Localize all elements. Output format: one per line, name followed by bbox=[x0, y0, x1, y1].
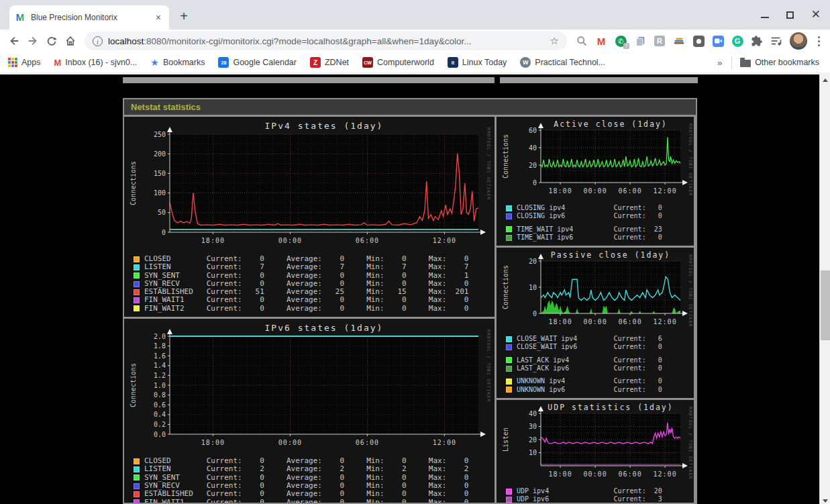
legend-text: TIME_WAIT ipv4 Current: 23 bbox=[517, 225, 662, 234]
svg-text:Connections: Connections bbox=[502, 265, 509, 309]
svg-text:250: 250 bbox=[154, 131, 166, 138]
window-maximize-button[interactable] bbox=[786, 11, 794, 19]
bookmark-star-icon[interactable]: ☆ bbox=[550, 35, 559, 47]
tab-close-icon[interactable]: × bbox=[153, 12, 164, 23]
browser-tab[interactable]: M Blue Precision Monitorix × bbox=[9, 5, 169, 30]
books-extension-icon[interactable] bbox=[672, 34, 686, 48]
window-close-button[interactable]: ✕ bbox=[811, 10, 821, 19]
svg-text:06:00: 06:00 bbox=[356, 237, 379, 244]
svg-text:Connections: Connections bbox=[502, 134, 509, 179]
bookmark-item-apps[interactable]: Apps bbox=[8, 58, 41, 67]
svg-text:0.8: 0.8 bbox=[154, 391, 166, 399]
url-host: localhost bbox=[108, 36, 144, 46]
svg-text:00:00: 00:00 bbox=[584, 470, 607, 478]
r-extension-icon[interactable]: R bbox=[653, 34, 666, 48]
legend-row-established: ESTABLISHED Current: 0 Average: 0 Min: 0… bbox=[134, 490, 495, 498]
svg-text:RRDTOOL / TOBI OETIKER: RRDTOOL / TOBI OETIKER bbox=[688, 254, 692, 327]
window-minimize-button[interactable] bbox=[761, 17, 769, 18]
legend-text: ESTABLISHED Current: 0 Average: 0 Min: 0… bbox=[144, 490, 468, 498]
svg-text:20: 20 bbox=[529, 162, 537, 169]
legend-row-listen: LISTEN Current: 2 Average: 2 Min: 2 Max:… bbox=[134, 465, 495, 473]
legend-swatch bbox=[134, 483, 140, 489]
extensions-puzzle-icon[interactable] bbox=[750, 34, 764, 48]
legend-text: FIN_WAIT2 Current: 0 Average: 0 Min: 0 M… bbox=[144, 305, 468, 313]
bookmark-item-zdnet[interactable]: ZZDNet bbox=[310, 57, 349, 68]
scrollbar-thumb[interactable] bbox=[821, 270, 830, 340]
linux-today-icon: lt bbox=[448, 57, 458, 68]
legend-text: LAST_ACK ipv6 Current: 0 bbox=[517, 364, 662, 372]
section-title: Netstat statistics bbox=[124, 99, 696, 115]
svg-text:0: 0 bbox=[533, 310, 537, 317]
svg-text:18:00: 18:00 bbox=[201, 237, 225, 244]
svg-text:60: 60 bbox=[529, 127, 537, 134]
bookmark-item-computerworld[interactable]: CWComputerworld bbox=[362, 57, 434, 68]
svg-text:1.6: 1.6 bbox=[154, 352, 166, 360]
bookmarks-overflow-icon[interactable]: » bbox=[717, 58, 722, 68]
graph-active-close[interactable]: Active close (1day)Connections020406018:… bbox=[497, 117, 694, 246]
site-info-icon[interactable]: i bbox=[93, 36, 103, 46]
bookmark-item-inbox-16-sjvn0[interactable]: MInbox (16) - sjvn0... bbox=[54, 58, 138, 68]
legend-passive-close: CLOSE_WAIT ipv4 Current: 6CLOSE_WAIT ipv… bbox=[501, 335, 694, 394]
legend-swatch bbox=[506, 387, 512, 393]
legend-row-last-ack-ipv6: LAST_ACK ipv6 Current: 0 bbox=[506, 364, 694, 372]
pocket-extension-icon[interactable] bbox=[692, 34, 705, 48]
voice-extension-icon[interactable]: ✆? bbox=[614, 34, 627, 48]
back-button[interactable] bbox=[5, 32, 23, 50]
scrollbar-down-arrow[interactable] bbox=[820, 495, 830, 504]
gmail-extension-icon[interactable]: M bbox=[594, 34, 608, 48]
svg-text:20: 20 bbox=[529, 436, 537, 443]
legend-text: UDP ipv4 Current: 20 bbox=[517, 487, 662, 495]
svg-text:12:00: 12:00 bbox=[654, 470, 677, 478]
legend-text: UNKNOWN ipv6 Current: 0 bbox=[517, 386, 662, 394]
graph-ipv6-states[interactable]: IPv6 states (1day)Connections0.00.20.40.… bbox=[124, 319, 495, 504]
svg-text:0.4: 0.4 bbox=[154, 411, 166, 418]
zoom-extension-icon[interactable] bbox=[711, 34, 725, 48]
previous-section-edge-left bbox=[123, 77, 495, 83]
legend-udp-statistics: UDP ipv4 Current: 20UDP ipv6 Current: 3 bbox=[501, 487, 694, 504]
wordpress-icon: W bbox=[520, 57, 531, 68]
bookmark-item-google-calendar[interactable]: 28Google Calendar bbox=[218, 57, 297, 68]
browser-menu-icon[interactable] bbox=[813, 36, 825, 46]
copy-pages-extension-icon[interactable] bbox=[633, 34, 647, 48]
bookmark-item-linux-today[interactable]: ltLinux Today bbox=[448, 57, 507, 68]
legend-text: LISTEN Current: 7 Average: 7 Min: 7 Max:… bbox=[144, 263, 468, 271]
legend-text: CLOSING ipv6 Current: 0 bbox=[517, 212, 662, 220]
legend-row-listen: LISTEN Current: 7 Average: 7 Min: 7 Max:… bbox=[134, 263, 495, 271]
legend-swatch bbox=[134, 272, 140, 279]
bookmarks-separator bbox=[731, 56, 732, 68]
legend-swatch bbox=[506, 357, 512, 363]
search-extension-icon[interactable] bbox=[575, 34, 588, 48]
svg-text:18:00: 18:00 bbox=[549, 318, 572, 325]
folder-icon bbox=[740, 60, 751, 67]
bookmark-item-practical-technol[interactable]: WPractical Technol... bbox=[520, 57, 605, 68]
vertical-scrollbar[interactable] bbox=[819, 74, 830, 504]
grammarly-extension-icon[interactable]: G bbox=[731, 34, 744, 48]
bookmark-item-bookmarks[interactable]: ★Bookmarks bbox=[150, 57, 205, 68]
svg-text:1.4: 1.4 bbox=[154, 362, 166, 369]
graph-ipv4-states[interactable]: IPv4 states (1day)Connections05010015020… bbox=[124, 117, 495, 317]
legend-row-time-wait-ipv4: TIME_WAIT ipv4 Current: 23 bbox=[506, 225, 694, 234]
playlist-extension-icon[interactable] bbox=[770, 34, 783, 48]
legend-swatch bbox=[134, 474, 140, 481]
svg-text:00:00: 00:00 bbox=[278, 439, 302, 446]
legend-text: CLOSE_WAIT ipv4 Current: 6 bbox=[517, 335, 662, 343]
legend-swatch bbox=[506, 205, 512, 211]
legend-swatch bbox=[134, 466, 140, 472]
forward-button[interactable] bbox=[24, 32, 42, 50]
browser-titlebar: M Blue Precision Monitorix × + ✕ bbox=[0, 0, 830, 30]
scrollbar-up-arrow[interactable] bbox=[820, 74, 830, 85]
profile-avatar[interactable] bbox=[790, 32, 807, 50]
url-omnibox[interactable]: i localhost:8080/monitorix-cgi/monitorix… bbox=[85, 32, 567, 50]
home-button[interactable] bbox=[62, 32, 79, 50]
svg-text:RRDTOOL / TOBI OETIKER: RRDTOOL / TOBI OETIKER bbox=[688, 123, 692, 196]
bookmarks-star-icon: ★ bbox=[150, 57, 159, 68]
graph-passive-close[interactable]: Passive close (1day)Connections0102018:0… bbox=[497, 248, 694, 398]
svg-text:IPv6 states (1day): IPv6 states (1day) bbox=[265, 323, 384, 333]
graph-udp-statistics[interactable]: UDP statistics (1day)Listen1020304018:00… bbox=[497, 400, 694, 504]
svg-text:40: 40 bbox=[529, 409, 537, 417]
other-bookmarks-button[interactable]: Other bookmarks bbox=[740, 58, 819, 67]
svg-text:200: 200 bbox=[154, 150, 166, 158]
new-tab-button[interactable]: + bbox=[176, 9, 192, 23]
apps-grid-icon bbox=[8, 58, 17, 67]
reload-button[interactable] bbox=[43, 32, 60, 50]
